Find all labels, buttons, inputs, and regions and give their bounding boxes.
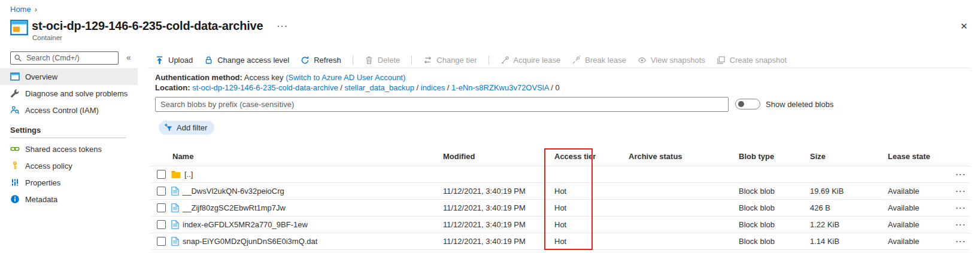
switch-auth-link[interactable]: (Switch to Azure AD User Account): [286, 73, 405, 82]
file-icon: [171, 203, 179, 212]
row-more-menu[interactable]: ···: [934, 187, 970, 196]
location-link-folder[interactable]: stellar_data_backup: [345, 83, 414, 92]
toolbar-button-label: Create snapshot: [730, 56, 787, 65]
row-checkbox[interactable]: [157, 187, 166, 196]
toolbar-separator: [353, 56, 353, 65]
toolbar-button-label: Change access level: [217, 56, 289, 65]
auth-method-value: Access key: [244, 73, 284, 82]
toolbar-button-label: Upload: [168, 56, 193, 65]
add-filter-label: Add filter: [177, 123, 207, 132]
row-checkbox[interactable]: [157, 220, 166, 229]
copy-pages-icon: [717, 56, 726, 65]
sidebar-item-label: Shared access tokens: [25, 145, 102, 154]
cell-access-tier: Hot: [544, 220, 624, 229]
sidebar-item-overview[interactable]: Overview: [0, 68, 138, 85]
location-link-folder[interactable]: indices: [421, 83, 445, 92]
sidebar-item-label: Properties: [25, 178, 60, 187]
sidebar-item-access-policy[interactable]: Access policy: [0, 157, 138, 174]
path-separator: /: [417, 83, 419, 92]
column-header-modified: Modified: [443, 152, 544, 161]
blob-name-link[interactable]: [..]: [184, 170, 193, 179]
sidebar-item-metadata[interactable]: Metadata: [0, 191, 138, 208]
delete-button: Delete: [365, 56, 401, 65]
cell-modified: 11/12/2021, 3:40:19 PM: [443, 237, 544, 246]
breadcrumb: Home ›: [10, 5, 37, 14]
file-icon: [171, 187, 179, 196]
cell-blob-type: Block blob: [734, 237, 805, 246]
sidebar-item-properties[interactable]: Properties: [0, 174, 138, 191]
toolbar-button-label: Acquire lease: [514, 56, 561, 65]
row-checkbox[interactable]: [157, 170, 166, 179]
properties-bars-icon: [10, 178, 20, 187]
breadcrumb-home-link[interactable]: Home: [10, 5, 31, 14]
wrench-icon: [10, 89, 20, 98]
acquire-lease-button: Acquire lease: [500, 56, 561, 65]
row-more-menu[interactable]: ···: [934, 220, 970, 229]
cell-modified: 11/12/2021, 3:40:19 PM: [443, 187, 544, 196]
toolbar-separator: [411, 56, 412, 65]
column-header-access-tier: Access tier: [544, 152, 624, 161]
title-more-menu[interactable]: ···: [277, 22, 289, 31]
location-link-container[interactable]: st-oci-dp-129-146-6-235-cold-data-archiv…: [192, 83, 338, 92]
toggle-label: Show deleted blobs: [766, 100, 833, 109]
main-content: Upload Change access level Refresh Delet: [148, 50, 970, 253]
sidebar-settings-heading: Settings: [0, 123, 138, 136]
cell-access-tier: Hot: [544, 237, 624, 246]
cell-blob-type: Block blob: [734, 187, 805, 196]
blob-name-link[interactable]: __DwsVl2ukQN-6v32peioCrg: [183, 187, 284, 196]
cell-size: 19.69 KiB: [805, 187, 883, 196]
blob-prefix-search-input[interactable]: [155, 97, 729, 112]
location-label: Location:: [155, 83, 190, 92]
create-snapshot-button: Create snapshot: [717, 56, 787, 65]
row-checkbox[interactable]: [157, 203, 166, 212]
cell-lease-state: Available: [883, 220, 934, 229]
toolbar-button-label: View snapshots: [651, 56, 705, 65]
toolbar-button-label: Change tier: [436, 56, 477, 65]
cell-lease-state: Available: [883, 187, 934, 196]
add-filter-button[interactable]: Add filter: [159, 121, 214, 135]
sidebar-item-label: Access policy: [25, 161, 72, 170]
cell-blob-type: Block blob: [734, 220, 805, 229]
info-icon: [10, 194, 20, 204]
path-separator: /: [340, 83, 342, 92]
column-header-name: Name: [168, 152, 443, 161]
blob-name-link[interactable]: __Zijf80zgSC2EbwRt1mp7Jw: [183, 203, 286, 212]
lock-icon: [204, 56, 213, 65]
column-header-archive-status: Archive status: [624, 152, 734, 161]
row-more-menu[interactable]: ···: [934, 170, 970, 179]
refresh-button[interactable]: Refresh: [301, 56, 341, 65]
sidebar-search-input[interactable]: [10, 51, 119, 65]
column-header-size: Size: [805, 152, 883, 161]
view-snapshots-button: View snapshots: [638, 56, 705, 65]
chevron-right-icon: ›: [35, 5, 37, 14]
row-more-menu[interactable]: ···: [934, 203, 970, 212]
column-header-lease-state: Lease state: [883, 152, 934, 161]
sidebar-item-label: Diagnose and solve problems: [25, 89, 128, 98]
sidebar-item-diagnose[interactable]: Diagnose and solve problems: [0, 85, 138, 102]
blob-name-link[interactable]: index-eGFDLX5MR2a770_9BF-1ew: [183, 220, 308, 229]
refresh-icon: [301, 56, 310, 65]
upload-button[interactable]: Upload: [155, 56, 193, 65]
table-row: [..] ···: [151, 166, 970, 183]
blob-table: Name Modified Access tier Archive status…: [151, 147, 970, 250]
cell-lease-state: Available: [883, 203, 934, 212]
sidebar-item-label: Metadata: [25, 195, 57, 204]
sidebar-item-shared-access-tokens[interactable]: Shared access tokens: [0, 141, 138, 157]
show-deleted-blobs-toggle[interactable]: [735, 99, 760, 109]
location-current-folder: 0: [556, 83, 560, 92]
change-access-level-button[interactable]: Change access level: [204, 56, 289, 65]
location-link-folder[interactable]: 1-eNn-s8RZKwu3v72OVSlA: [451, 83, 549, 92]
sidebar-divider: [10, 138, 126, 138]
sidebar-item-access-control[interactable]: Access Control (IAM): [0, 102, 138, 118]
container-icon: [10, 20, 28, 35]
upload-icon: [155, 56, 164, 65]
cell-size: 1.14 KiB: [805, 237, 883, 246]
row-checkbox[interactable]: [157, 237, 166, 246]
blob-name-link[interactable]: snap-EiYG0MDzQjunDnS6E0i3mQ.dat: [183, 237, 317, 246]
sidebar-collapse-icon[interactable]: «: [126, 53, 131, 62]
row-more-menu[interactable]: ···: [934, 237, 970, 246]
close-icon[interactable]: ✕: [960, 21, 968, 32]
auth-method-label: Authentication method:: [155, 73, 242, 82]
lease-wand-icon: [500, 56, 509, 65]
table-row: snap-EiYG0MDzQjunDnS6E0i3mQ.dat 11/12/20…: [151, 233, 970, 250]
